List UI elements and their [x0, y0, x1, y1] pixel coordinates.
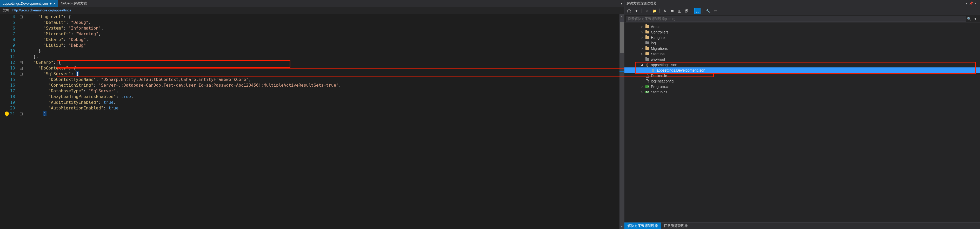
- panel-bottom-tabs: 解决方案资源管理器 团队资源管理器: [624, 222, 980, 229]
- expand-toggle[interactable]: ▷: [640, 36, 644, 39]
- fold-toggle[interactable]: +: [20, 16, 22, 18]
- code-line[interactable]: "DbContextTypeName": "OSharp.Entity.Defa…: [23, 77, 619, 82]
- folder-icon: [645, 25, 649, 29]
- expand-toggle[interactable]: ▷: [640, 85, 644, 88]
- home-button[interactable]: ⌂: [644, 8, 650, 14]
- code-line[interactable]: "OSharp": "Debug",: [23, 37, 619, 43]
- tree-item-label: log4net.config: [651, 79, 673, 83]
- tab-team-explorer[interactable]: 团队资源管理器: [661, 223, 691, 229]
- fold-toggle[interactable]: −: [20, 112, 22, 115]
- tree-item[interactable]: ▷Controllers: [624, 29, 980, 35]
- panel-menu-icon[interactable]: ▾: [964, 2, 969, 5]
- code-line[interactable]: "System": "Information",: [23, 25, 619, 31]
- tree-item[interactable]: Dockerfile: [624, 73, 980, 78]
- refresh-button[interactable]: ↻: [662, 8, 668, 14]
- panel-title-text: 解决方案资源管理器: [627, 1, 657, 6]
- fold-toggle[interactable]: −: [20, 67, 22, 70]
- expand-toggle[interactable]: ▷: [640, 52, 644, 55]
- scroll-down-icon[interactable]: ▼: [619, 224, 624, 229]
- sync-button[interactable]: 📁: [651, 8, 657, 14]
- back-button[interactable]: ◯: [626, 8, 632, 14]
- schema-label: 架构:: [3, 8, 10, 13]
- code-line[interactable]: "LazyLoadingProxiesEnabled": true,: [23, 94, 619, 99]
- wrench-button[interactable]: 🔧: [705, 8, 711, 14]
- code-line[interactable]: "DatabaseType": "SqlServer",: [23, 88, 619, 94]
- scroll-track[interactable]: [619, 22, 624, 224]
- fold-toggle[interactable]: −: [20, 61, 22, 64]
- tab-label: appsettings.Development.json: [3, 2, 48, 5]
- tab-appsettings-dev[interactable]: appsettings.Development.json ⊕ ×: [0, 0, 58, 7]
- tree-item-label: wwwroot: [651, 57, 665, 62]
- code-line[interactable]: "DbContexts": {: [23, 65, 619, 71]
- tree-item[interactable]: ▷Migrations: [624, 46, 980, 51]
- scroll-thumb[interactable]: [620, 22, 624, 53]
- tab-solution-explorer[interactable]: 解决方案资源管理器: [624, 223, 661, 229]
- show-all-button[interactable]: ◫: [676, 8, 682, 14]
- search-icon[interactable]: 🔍: [966, 17, 972, 21]
- vertical-scrollbar[interactable]: ▲ ▼: [619, 14, 624, 229]
- tree-item[interactable]: ▷Areas: [624, 24, 980, 29]
- expand-toggle[interactable]: ▷: [640, 25, 644, 28]
- tree-item-label: log: [651, 41, 656, 45]
- tree-item-label: Program.cs: [651, 85, 670, 89]
- tree-item[interactable]: ▷C#Program.cs: [624, 84, 980, 89]
- json-file-icon: {}: [645, 63, 649, 67]
- tree-item[interactable]: {}appsettings.Development.json: [624, 68, 980, 73]
- code-editor[interactable]: 456789101112131415161718192021 +−−−− "Lo…: [0, 14, 624, 229]
- tree-item-label: appsettings.json: [651, 63, 677, 67]
- explorer-search-input[interactable]: [626, 16, 966, 22]
- search-dropdown-icon[interactable]: ▾: [972, 17, 978, 21]
- tree-item[interactable]: ◢{}appsettings.json: [624, 62, 980, 68]
- collapse-button[interactable]: ⇆: [669, 8, 675, 14]
- expand-toggle[interactable]: ▷: [640, 90, 644, 93]
- fold-column: +−−−−: [19, 14, 23, 229]
- solution-tree[interactable]: ▷Areas▷Controllers▷Hangfirelog▷Migration…: [624, 23, 980, 222]
- expand-toggle[interactable]: ◢: [640, 63, 644, 66]
- tree-item[interactable]: ▷Startups: [624, 51, 980, 57]
- code-line[interactable]: "AutoMigrationEnabled": true: [23, 105, 619, 111]
- code-line[interactable]: "SqlServer": {: [23, 71, 619, 77]
- file-icon: [645, 79, 649, 83]
- folder-icon: [645, 57, 649, 62]
- code-line[interactable]: "Liuliu": "Debug": [23, 43, 619, 48]
- code-line[interactable]: "OSharp": {: [23, 60, 619, 65]
- explorer-toolbar: ◯ ▾ ⌂ 📁 ↻ ⇆ ◫ 🗐 ⬚ 🔧 ▭: [624, 7, 980, 15]
- code-line[interactable]: },: [23, 54, 619, 60]
- tab-nuget[interactable]: NuGet - 解决方案: [58, 0, 90, 7]
- tree-item[interactable]: ▷C#Startup.cs: [624, 89, 980, 95]
- code-line[interactable]: "ConnectionString": "Server=.;Database=C…: [23, 82, 619, 88]
- properties-button[interactable]: 🗐: [684, 8, 690, 14]
- close-icon[interactable]: ×: [53, 1, 56, 6]
- panel-close-icon[interactable]: ×: [973, 2, 978, 5]
- pin-icon[interactable]: ⊕: [49, 2, 52, 5]
- forward-button[interactable]: ▾: [633, 8, 640, 14]
- solution-explorer-panel: 解决方案资源管理器 ▾ 📌 × ◯ ▾ ⌂ 📁 ↻ ⇆ ◫ 🗐 ⬚ 🔧 ▭ 🔍 …: [624, 0, 980, 229]
- code-line[interactable]: }: [23, 48, 619, 54]
- folder-icon: [645, 30, 649, 34]
- code-line[interactable]: "Microsoft": "Warning",: [23, 31, 619, 37]
- tabs-dropdown[interactable]: ▾: [619, 0, 624, 7]
- code-line[interactable]: "Default": "Debug",: [23, 20, 619, 25]
- code-line[interactable]: "LogLevel": {: [23, 14, 619, 20]
- scroll-up-icon[interactable]: ▲: [619, 14, 624, 19]
- schema-url[interactable]: http://json.schemastore.org/appsettings: [13, 8, 72, 12]
- code-lines[interactable]: "LogLevel": { "Default": "Debug", "Syste…: [23, 14, 619, 229]
- fold-toggle[interactable]: −: [20, 73, 22, 76]
- line-number-gutter: 456789101112131415161718192021: [0, 14, 19, 229]
- panel-pin-icon[interactable]: 📌: [969, 2, 973, 5]
- expand-toggle[interactable]: ▷: [640, 31, 644, 33]
- tree-item[interactable]: log4net.config: [624, 78, 980, 84]
- tree-item-label: appsettings.Development.json: [657, 68, 705, 73]
- view-mode-button[interactable]: ⬚: [694, 8, 700, 14]
- preview-button[interactable]: ▭: [712, 8, 718, 14]
- code-line[interactable]: "AuditEntityEnabled": true,: [23, 99, 619, 105]
- split-handle[interactable]: [619, 19, 624, 22]
- folder-icon: [645, 52, 649, 56]
- tree-item[interactable]: wwwroot: [624, 57, 980, 62]
- tree-item[interactable]: ▷Hangfire: [624, 35, 980, 40]
- tab-label: NuGet - 解决方案: [61, 1, 87, 6]
- tree-item[interactable]: log: [624, 40, 980, 46]
- tree-item-label: Migrations: [651, 46, 668, 51]
- code-line[interactable]: }: [23, 111, 619, 117]
- expand-toggle[interactable]: ▷: [640, 47, 644, 50]
